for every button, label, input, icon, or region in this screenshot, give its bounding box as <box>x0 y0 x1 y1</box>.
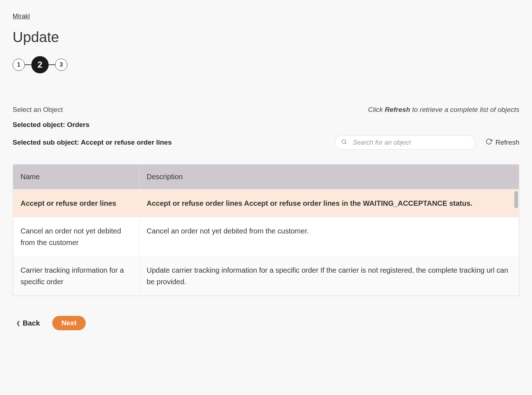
footer-nav: ❮ Back Next <box>13 316 519 330</box>
chevron-left-icon: ❮ <box>16 320 21 326</box>
search-input[interactable] <box>335 135 475 150</box>
hint-bold: Refresh <box>385 106 410 113</box>
selected-object: Selected object: Orders <box>13 121 519 129</box>
table-row[interactable]: Carrier tracking information for a speci… <box>13 256 519 296</box>
breadcrumb[interactable]: Mirakl <box>13 13 30 20</box>
step-2[interactable]: 2 <box>31 56 49 73</box>
col-name: Name <box>13 165 139 189</box>
next-button[interactable]: Next <box>52 316 86 330</box>
cell-description: Update carrier tracking information for … <box>139 256 519 296</box>
cell-name: Cancel an order not yet debited from the… <box>13 217 139 256</box>
table-scroll[interactable]: Accept or refuse order lines Accept or r… <box>13 189 519 296</box>
select-object-label: Select an Object <box>13 106 63 114</box>
svg-point-0 <box>342 140 346 144</box>
refresh-icon <box>486 138 492 147</box>
table-row[interactable]: Accept or refuse order lines Accept or r… <box>13 190 519 217</box>
selected-sub-object: Selected sub object: Accept or refuse or… <box>13 139 172 146</box>
cell-description: Cancel an order not yet debited from the… <box>139 217 519 256</box>
svg-line-1 <box>345 143 347 144</box>
step-connector <box>25 64 31 65</box>
object-table: Name Description Accept or refuse order … <box>13 164 519 296</box>
scrollbar-thumb[interactable] <box>514 191 518 208</box>
back-button[interactable]: ❮ Back <box>16 319 40 327</box>
step-connector <box>49 64 55 65</box>
search-wrap <box>335 135 475 150</box>
col-description: Description <box>139 165 519 189</box>
cell-name: Carrier tracking information for a speci… <box>13 256 139 296</box>
hint-suffix: to retrieve a complete list of objects <box>410 106 519 113</box>
cell-name: Accept or refuse order lines <box>13 190 139 217</box>
cell-description: Accept or refuse order lines Accept or r… <box>139 190 519 217</box>
search-icon <box>341 139 347 146</box>
stepper: 1 2 3 <box>13 56 519 73</box>
hint-prefix: Click <box>368 106 385 113</box>
table-row[interactable]: Cancel an order not yet debited from the… <box>13 217 519 256</box>
page-title: Update <box>13 29 519 45</box>
refresh-button[interactable]: Refresh <box>486 138 519 147</box>
refresh-hint: Click Refresh to retrieve a complete lis… <box>368 106 519 114</box>
refresh-label: Refresh <box>495 139 519 146</box>
back-label: Back <box>23 319 40 327</box>
step-3[interactable]: 3 <box>55 59 67 71</box>
step-1[interactable]: 1 <box>13 59 25 71</box>
